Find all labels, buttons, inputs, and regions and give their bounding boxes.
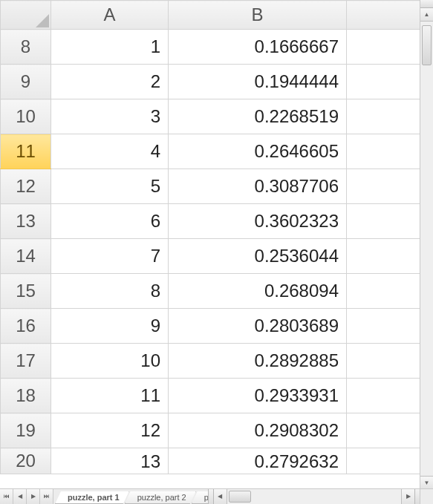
- triangle-up-icon: ▲: [424, 12, 430, 18]
- row-header-12[interactable]: 12: [1, 169, 51, 204]
- scroll-right-button[interactable]: ▶: [401, 489, 414, 504]
- cell-C10[interactable]: [347, 99, 421, 134]
- cell-B15[interactable]: 0.268094: [169, 274, 347, 309]
- cell-C8[interactable]: [347, 30, 421, 65]
- scroll-corner: [420, 489, 433, 504]
- row-header-8[interactable]: 8: [1, 30, 51, 65]
- cell-C17[interactable]: [347, 344, 421, 379]
- cell-A11[interactable]: 4: [51, 134, 169, 169]
- cell-A8[interactable]: 1: [51, 30, 169, 65]
- sheet-tab-2[interactable]: puzzle, part 2: [125, 491, 196, 504]
- select-all-triangle-icon: [36, 14, 49, 27]
- cell-C16[interactable]: [347, 309, 421, 344]
- cell-B9[interactable]: 0.1944444: [169, 65, 347, 99]
- cell-A13[interactable]: 6: [51, 204, 169, 239]
- cell-A18[interactable]: 11: [51, 379, 169, 413]
- horizontal-split-handle[interactable]: [414, 489, 420, 504]
- triangle-left-icon: ◀: [218, 494, 222, 500]
- row-header-10[interactable]: 10: [1, 99, 51, 134]
- cell-B10[interactable]: 0.2268519: [169, 99, 347, 134]
- cell-A19[interactable]: 12: [51, 413, 169, 448]
- horizontal-scroll-thumb[interactable]: [229, 491, 251, 503]
- row-header-11[interactable]: 11: [1, 134, 51, 169]
- triangle-right-icon: ▶: [406, 494, 411, 500]
- cell-A14[interactable]: 7: [51, 239, 169, 274]
- row-header-18[interactable]: 18: [1, 379, 51, 413]
- col-header-partial[interactable]: [347, 1, 421, 30]
- row-header-20[interactable]: 20: [1, 448, 51, 474]
- scroll-down-button[interactable]: ▼: [420, 476, 433, 489]
- cell-B20[interactable]: 0.2792632: [169, 448, 347, 474]
- row-header-16[interactable]: 16: [1, 309, 51, 344]
- cell-C11[interactable]: [347, 134, 421, 169]
- nav-last-icon: ⏭: [44, 494, 50, 500]
- select-all-corner[interactable]: [1, 1, 51, 30]
- cell-B19[interactable]: 0.2908302: [169, 413, 347, 448]
- tab-scroll-split-handle[interactable]: [208, 489, 214, 504]
- row-header-13[interactable]: 13: [1, 204, 51, 239]
- horizontal-scroll-track[interactable]: [227, 489, 401, 504]
- cell-C20[interactable]: [347, 448, 421, 474]
- vertical-scrollbar[interactable]: ▲ ▼: [420, 0, 433, 489]
- cell-C12[interactable]: [347, 169, 421, 204]
- svg-marker-0: [36, 14, 49, 27]
- sheet-tabs: puzzle, part 1 puzzle, part 2 p: [53, 489, 208, 504]
- sheet-tab-1[interactable]: puzzle, part 1: [55, 491, 129, 504]
- cell-A17[interactable]: 10: [51, 344, 169, 379]
- cell-C15[interactable]: [347, 274, 421, 309]
- cell-C9[interactable]: [347, 65, 421, 99]
- scroll-left-button[interactable]: ◀: [214, 489, 227, 504]
- tab-nav-last[interactable]: ⏭: [40, 489, 53, 504]
- row-header-14[interactable]: 14: [1, 239, 51, 274]
- nav-first-icon: ⏮: [4, 494, 10, 500]
- cell-C19[interactable]: [347, 413, 421, 448]
- cell-B11[interactable]: 0.2646605: [169, 134, 347, 169]
- horizontal-scrollbar[interactable]: ◀ ▶: [214, 489, 414, 504]
- cell-A10[interactable]: 3: [51, 99, 169, 134]
- cell-A20[interactable]: 13: [51, 448, 169, 474]
- sheet-tab-nav: ⏮ ◀ ▶ ⏭: [0, 489, 53, 504]
- spreadsheet-grid: A B 810.1666667920.19444441030.226851911…: [0, 0, 421, 474]
- row-header-17[interactable]: 17: [1, 344, 51, 379]
- scroll-up-button[interactable]: ▲: [420, 8, 433, 22]
- cell-C14[interactable]: [347, 239, 421, 274]
- cell-A16[interactable]: 9: [51, 309, 169, 344]
- triangle-down-icon: ▼: [424, 480, 430, 486]
- cell-B17[interactable]: 0.2892885: [169, 344, 347, 379]
- row-header-19[interactable]: 19: [1, 413, 51, 448]
- cell-C18[interactable]: [347, 379, 421, 413]
- nav-next-icon: ▶: [31, 494, 36, 500]
- cell-C13[interactable]: [347, 204, 421, 239]
- row-header-9[interactable]: 9: [1, 65, 51, 99]
- cell-B8[interactable]: 0.1666667: [169, 30, 347, 65]
- cell-B18[interactable]: 0.2933931: [169, 379, 347, 413]
- col-header-A[interactable]: A: [51, 1, 169, 30]
- tab-nav-first[interactable]: ⏮: [0, 489, 13, 504]
- vertical-scroll-thumb[interactable]: [422, 25, 432, 65]
- vertical-split-handle[interactable]: [420, 0, 433, 8]
- nav-prev-icon: ◀: [18, 494, 22, 500]
- row-header-15[interactable]: 15: [1, 274, 51, 309]
- cell-B14[interactable]: 0.2536044: [169, 239, 347, 274]
- cell-A12[interactable]: 5: [51, 169, 169, 204]
- cell-A15[interactable]: 8: [51, 274, 169, 309]
- cell-A9[interactable]: 2: [51, 65, 169, 99]
- col-header-B[interactable]: B: [169, 1, 347, 30]
- cell-B16[interactable]: 0.2803689: [169, 309, 347, 344]
- tab-nav-next[interactable]: ▶: [27, 489, 40, 504]
- cell-B12[interactable]: 0.3087706: [169, 169, 347, 204]
- tab-nav-prev[interactable]: ◀: [13, 489, 27, 504]
- cell-B13[interactable]: 0.3602323: [169, 204, 347, 239]
